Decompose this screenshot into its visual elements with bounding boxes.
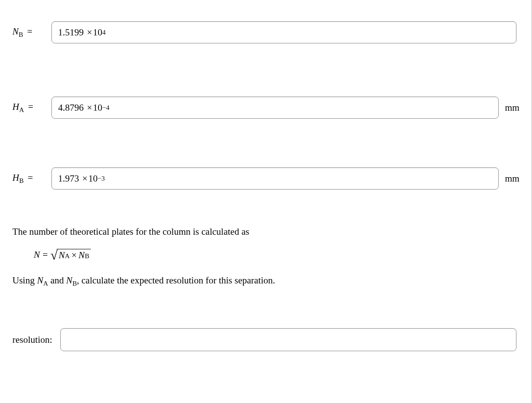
label-ha-sub: A: [19, 106, 24, 113]
rhs-a-base: N: [59, 250, 65, 261]
equals-sign: =: [43, 249, 48, 260]
unit-hb: mm: [505, 173, 523, 184]
ha-exp: −4: [102, 104, 110, 112]
unit-ha: mm: [505, 102, 523, 113]
paragraph-plates: The number of theoretical plates for the…: [12, 225, 523, 239]
times-symbol: ×: [71, 250, 77, 261]
rhs-b-sub: B: [85, 252, 89, 260]
label-nb: NB =: [12, 26, 48, 39]
field-row-resolution: resolution:: [12, 328, 523, 351]
times-symbol: ×: [85, 102, 92, 113]
inline-na: NA: [37, 275, 48, 286]
label-nb-base: N: [12, 26, 19, 37]
ten: 10: [88, 173, 98, 184]
equals-sign: =: [28, 101, 33, 112]
input-resolution[interactable]: [60, 328, 516, 351]
equals-sign: =: [28, 172, 33, 183]
para2-pre: Using: [12, 275, 37, 286]
label-ha-base: H: [12, 101, 19, 112]
page-content: NB = 1.5199 ×104 HA = 4.8796 ×10−4 mm HB…: [0, 0, 532, 403]
hb-exp: −3: [98, 175, 105, 182]
times-symbol: ×: [85, 27, 92, 38]
field-row-nb: NB = 1.5199 ×104: [12, 21, 523, 43]
ha-coeff: 4.8796: [58, 102, 84, 113]
ten: 10: [93, 27, 102, 38]
field-row-hb: HB = 1.973 ×10−3 mm: [12, 167, 523, 190]
times-symbol: ×: [80, 173, 87, 184]
input-hb[interactable]: 1.973 ×10−3: [51, 167, 499, 190]
field-row-ha: HA = 4.8796 ×10−4 mm: [12, 97, 523, 119]
label-hb-base: H: [12, 172, 19, 183]
rhs-b-base: N: [78, 250, 85, 261]
inline-nb: NB: [66, 275, 77, 286]
equals-sign: =: [27, 26, 32, 37]
nb-coeff: 1.5199: [58, 27, 84, 38]
formula-n: N = √ NA × NB: [34, 249, 523, 261]
rhs-a-sub: A: [65, 252, 70, 260]
ten: 10: [93, 102, 102, 113]
hb-coeff: 1.973: [58, 173, 79, 184]
para2-mid: and: [48, 275, 66, 286]
label-hb-sub: B: [19, 177, 23, 184]
label-nb-sub: B: [19, 31, 23, 38]
label-ha: HA =: [12, 101, 48, 114]
radicand: NA × NB: [57, 249, 91, 261]
input-nb[interactable]: 1.5199 ×104: [51, 21, 516, 43]
formula-lhs: N: [34, 249, 40, 260]
label-resolution: resolution:: [12, 334, 57, 345]
input-ha[interactable]: 4.8796 ×10−4: [51, 97, 499, 119]
label-hb: HB =: [12, 172, 48, 185]
para2-post: , calculate the expected resolution for …: [77, 275, 275, 286]
sqrt: √ NA × NB: [51, 249, 91, 261]
nb-exp: 4: [102, 29, 106, 36]
paragraph-resolution-instruction: Using NA and NB, calculate the expected …: [12, 274, 523, 289]
